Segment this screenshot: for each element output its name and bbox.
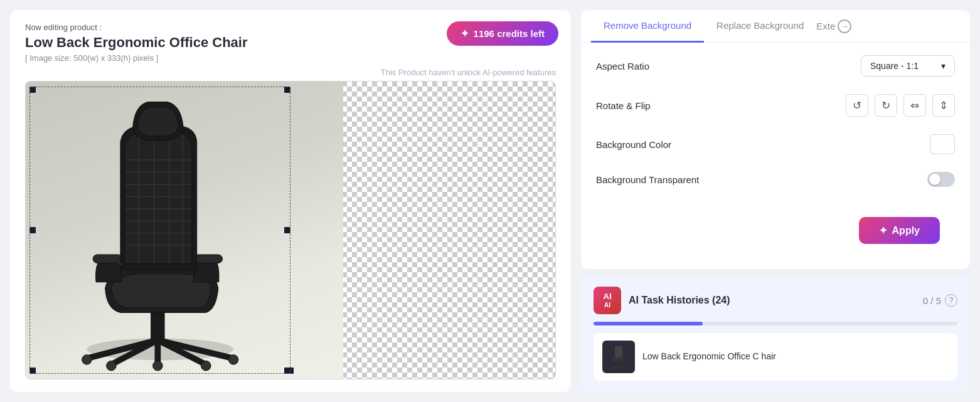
rotate-ccw-icon: ↺ xyxy=(853,99,861,112)
aspect-ratio-dropdown[interactable]: Square - 1:1 ▾ xyxy=(861,55,955,77)
canvas-area xyxy=(25,81,556,379)
arrow-right-icon: → xyxy=(838,19,851,33)
handle-tr[interactable] xyxy=(284,87,290,93)
svg-line-30 xyxy=(619,366,626,369)
settings-area: Aspect Ratio Square - 1:1 ▾ Rotate & Fli… xyxy=(581,43,970,217)
history-item-text: Low Back Ergonomic Office C hair xyxy=(642,351,776,363)
rotate-cw-button[interactable]: ↻ xyxy=(875,94,897,117)
tab-extend[interactable]: Exte → xyxy=(816,19,851,33)
toggle-knob xyxy=(929,174,940,185)
tab-replace-background[interactable]: Replace Background xyxy=(704,10,816,43)
svg-point-11 xyxy=(153,361,163,371)
chair-photo-area xyxy=(26,82,343,379)
progress-bar-fill xyxy=(594,322,703,325)
history-count-value: 0 / 5 xyxy=(923,295,941,306)
svg-line-29 xyxy=(611,366,619,369)
tabs-header: Remove Background Replace Background Ext… xyxy=(581,10,970,43)
handle-bl[interactable] xyxy=(29,368,36,374)
apply-label: Apply xyxy=(892,225,920,236)
svg-point-8 xyxy=(228,355,238,365)
history-count: 0 / 5 ? xyxy=(923,294,957,307)
flip-h-icon: ⇔ xyxy=(910,99,919,112)
history-header: AI AI AI Task Histories (24) 0 / 5 ? xyxy=(594,287,957,314)
right-panel: Remove Background Replace Background Ext… xyxy=(581,10,970,392)
bg-transparent-toggle[interactable] xyxy=(927,172,955,187)
handle-mr[interactable] xyxy=(284,227,290,233)
handle-tl[interactable] xyxy=(29,87,36,93)
svg-rect-26 xyxy=(615,346,622,359)
history-item[interactable]: Low Back Ergonomic Office C hair xyxy=(594,333,957,381)
svg-point-7 xyxy=(82,355,92,365)
history-card: AI AI AI Task Histories (24) 0 / 5 ? xyxy=(581,277,970,392)
bg-color-label: Background Color xyxy=(596,139,671,150)
aspect-ratio-value: Square - 1:1 xyxy=(870,61,919,71)
rotate-flip-controls: ↺ ↻ ⇔ ⇕ xyxy=(846,94,955,117)
aspect-ratio-label: Aspect Ratio xyxy=(596,61,649,71)
star-icon: ✦ xyxy=(461,28,469,40)
history-title: AI Task Histories (24) xyxy=(629,295,730,306)
handle-br[interactable] xyxy=(284,368,290,374)
rotate-cw-icon: ↻ xyxy=(881,99,890,112)
chevron-down-icon: ▾ xyxy=(941,61,945,71)
flip-v-icon: ⇕ xyxy=(939,99,948,112)
svg-point-10 xyxy=(201,361,211,371)
credits-badge[interactable]: ✦ 1196 credits left xyxy=(447,21,558,46)
flip-horizontal-button[interactable]: ⇔ xyxy=(903,94,926,117)
canvas-inner xyxy=(26,82,555,379)
svg-rect-12 xyxy=(93,255,122,263)
bg-transparent-label: Background Transparent xyxy=(596,174,699,185)
rotate-flip-row: Rotate & Flip ↺ ↻ ⇔ ⇕ xyxy=(596,94,955,117)
question-icon[interactable]: ? xyxy=(945,294,957,307)
rotate-flip-label: Rotate & Flip xyxy=(596,100,651,111)
rotate-ccw-button[interactable]: ↺ xyxy=(846,94,868,117)
apply-button[interactable]: ✦ Apply xyxy=(859,217,940,244)
svg-rect-27 xyxy=(612,357,625,362)
svg-rect-13 xyxy=(193,255,223,263)
svg-point-9 xyxy=(107,361,117,371)
tab-extend-label: Exte xyxy=(816,21,835,31)
aspect-ratio-row: Aspect Ratio Square - 1:1 ▾ xyxy=(596,55,955,77)
bg-transparent-row: Background Transparent xyxy=(596,172,955,187)
bg-color-row: Background Color xyxy=(596,134,955,154)
wand-icon: ✦ xyxy=(879,225,887,236)
left-panel: Now editing product : Low Back Ergonomic… xyxy=(10,10,571,392)
progress-bar-container xyxy=(594,322,957,325)
top-card: Remove Background Replace Background Ext… xyxy=(581,10,970,269)
chair-svg xyxy=(26,82,343,379)
tab-remove-background[interactable]: Remove Background xyxy=(591,10,704,43)
ai-warning-text: This Product haven't unlock AI-powered f… xyxy=(25,68,556,77)
history-title-area: AI AI AI Task Histories (24) xyxy=(594,287,730,314)
apply-btn-row: ✦ Apply xyxy=(581,217,970,269)
handle-ml[interactable] xyxy=(29,227,36,233)
history-item-thumbnail xyxy=(602,341,635,373)
image-size-label: [ Image size: 500(w) x 333(h) pixels ] xyxy=(25,53,556,63)
flip-vertical-button[interactable]: ⇕ xyxy=(932,94,955,117)
credits-label: 1196 credits left xyxy=(474,28,545,39)
bg-color-swatch[interactable] xyxy=(930,134,955,154)
ai-icon: AI AI xyxy=(594,287,621,314)
